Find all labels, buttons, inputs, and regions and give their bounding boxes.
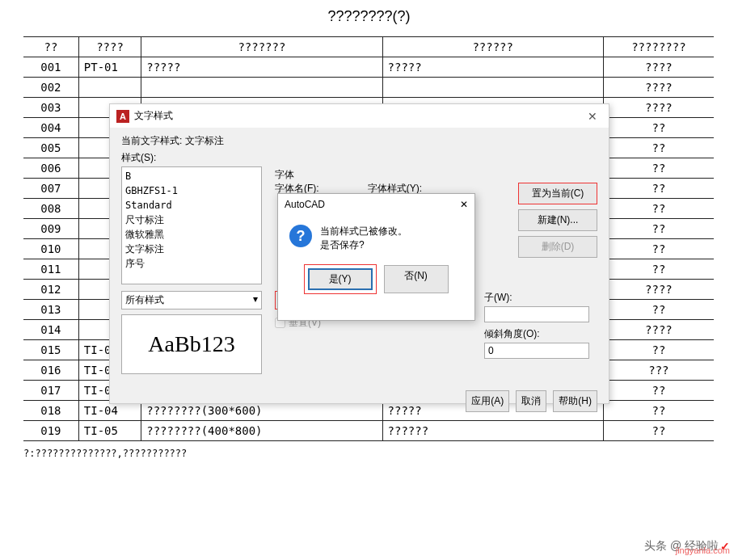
cell-seq: 011 xyxy=(23,259,78,280)
cell-c5: ?? xyxy=(603,421,714,441)
cancel-button[interactable]: 取消 xyxy=(516,390,546,412)
watermark: 头条 @ 经验啦 ✓ jingyanla.com xyxy=(644,539,730,554)
cell-code: PT-01 xyxy=(78,57,141,78)
cell-seq: 005 xyxy=(23,138,78,158)
cell-c4: ????? xyxy=(382,57,603,78)
cell-c5: ???? xyxy=(603,320,714,340)
style-list-item[interactable]: B xyxy=(125,169,258,183)
cell-seq: 014 xyxy=(23,320,78,340)
cell-c5: ?? xyxy=(603,259,714,280)
cell-seq: 015 xyxy=(23,340,78,360)
cell-c3: ????????(400*800) xyxy=(141,421,382,441)
cell-seq: 013 xyxy=(23,300,78,320)
cell-seq: 008 xyxy=(23,199,78,219)
current-style-value: 文字标注 xyxy=(185,135,224,146)
cell-c5: ??? xyxy=(603,360,714,381)
cell-c4: ?????? xyxy=(382,421,603,441)
cell-c5: ?? xyxy=(603,158,714,179)
cell-code xyxy=(78,78,141,98)
confirm-dialog: AutoCAD ✕ ? 当前样式已被修改。 是否保存? 是(Y) 否(N) xyxy=(277,193,475,321)
style-list-item[interactable]: 微软雅黑 xyxy=(125,227,258,242)
cell-c5: ?? xyxy=(603,401,714,421)
oblique-label: 倾斜角度(O): xyxy=(484,327,597,341)
cell-seq: 002 xyxy=(23,78,78,98)
confirm-message: 当前样式已被修改。 是否保存? xyxy=(320,225,407,252)
cell-seq: 010 xyxy=(23,239,78,259)
th-c5: ???????? xyxy=(603,37,714,57)
close-icon[interactable]: ✕ xyxy=(460,199,468,210)
apply-button[interactable]: 应用(A) xyxy=(466,390,509,412)
table-row: 002???? xyxy=(23,78,714,98)
th-c4: ?????? xyxy=(382,37,603,57)
set-current-button[interactable]: 置为当前(C) xyxy=(518,183,597,204)
style-filter-value: 所有样式 xyxy=(125,293,164,307)
cell-c5: ?? xyxy=(603,199,714,219)
confirm-titlebar[interactable]: AutoCAD ✕ xyxy=(278,194,474,215)
footnote: ?:??????????????,??????????? xyxy=(23,448,738,459)
font-group-label: 字体 xyxy=(275,168,505,182)
cell-c5: ?? xyxy=(603,118,714,138)
cell-seq: 006 xyxy=(23,158,78,179)
width-factor-label: 子(W): xyxy=(484,291,597,305)
close-icon[interactable]: ✕ xyxy=(583,110,602,123)
cell-seq: 017 xyxy=(23,381,78,401)
dialog-titlebar[interactable]: A 文字样式 ✕ xyxy=(110,104,609,128)
cell-c3 xyxy=(141,78,382,98)
cell-c5: ?? xyxy=(603,239,714,259)
app-icon: A xyxy=(116,110,129,123)
style-preview: AaBb123 xyxy=(121,314,262,374)
cell-c5: ?? xyxy=(603,300,714,320)
th-seq: ?? xyxy=(23,37,78,57)
confirm-title: AutoCAD xyxy=(285,199,325,210)
cell-c5: ???? xyxy=(603,57,714,78)
cell-c5: ?? xyxy=(603,179,714,199)
cell-c5: ?? xyxy=(603,138,714,158)
chevron-down-icon: ▾ xyxy=(253,293,258,307)
th-c3: ??????? xyxy=(141,37,382,57)
confirm-line1: 当前样式已被修改。 xyxy=(320,225,407,238)
confirm-line2: 是否保存? xyxy=(320,238,407,252)
cell-c4 xyxy=(382,78,603,98)
delete-style-button[interactable]: 删除(D) xyxy=(518,236,597,258)
yes-button[interactable]: 是(Y) xyxy=(308,268,373,290)
help-button[interactable]: 帮助(H) xyxy=(553,390,597,412)
cell-seq: 012 xyxy=(23,280,78,300)
cell-seq: 019 xyxy=(23,421,78,441)
cell-c3: ????? xyxy=(141,57,382,78)
question-icon: ? xyxy=(289,225,312,247)
current-style-label: 当前文字样式: xyxy=(121,135,182,146)
table-row: 019TI-05????????(400*800)???????? xyxy=(23,421,714,441)
style-list-item[interactable]: Standard xyxy=(125,198,258,213)
table-row: 001PT-01?????????????? xyxy=(23,57,714,78)
th-code: ???? xyxy=(78,37,141,57)
cell-seq: 003 xyxy=(23,98,78,118)
page-title: ????????(?) xyxy=(0,0,738,36)
style-list-item[interactable]: 文字标注 xyxy=(125,242,258,256)
cell-c5: ?? xyxy=(603,381,714,401)
cell-seq: 004 xyxy=(23,118,78,138)
cell-code: TI-05 xyxy=(78,421,141,441)
new-style-button[interactable]: 新建(N)... xyxy=(518,209,597,231)
width-factor-input[interactable] xyxy=(484,306,589,322)
cell-c5: ???? xyxy=(603,78,714,98)
cell-c5: ???? xyxy=(603,98,714,118)
dialog-title: 文字样式 xyxy=(134,109,583,123)
no-button[interactable]: 否(N) xyxy=(384,265,449,293)
current-style-row: 当前文字样式: 文字标注 xyxy=(121,134,597,148)
style-filter-select[interactable]: 所有样式 ▾ xyxy=(121,291,262,309)
cell-c5: ?? xyxy=(603,219,714,239)
cell-seq: 016 xyxy=(23,360,78,381)
cell-c5: ???? xyxy=(603,280,714,300)
cell-seq: 009 xyxy=(23,219,78,239)
cell-seq: 018 xyxy=(23,401,78,421)
style-list-item[interactable]: 尺寸标注 xyxy=(125,213,258,227)
cell-seq: 001 xyxy=(23,57,78,78)
style-list[interactable]: BGBHZFS1-1Standard尺寸标注微软雅黑文字标注序号 xyxy=(121,166,262,284)
style-list-label: 样式(S): xyxy=(121,151,597,165)
cell-seq: 007 xyxy=(23,179,78,199)
style-list-item[interactable]: GBHZFS1-1 xyxy=(125,183,258,198)
style-list-item[interactable]: 序号 xyxy=(125,256,258,271)
cell-c5: ?? xyxy=(603,340,714,360)
watermark-sub: jingyanla.com xyxy=(676,545,730,555)
oblique-input[interactable] xyxy=(484,343,589,359)
